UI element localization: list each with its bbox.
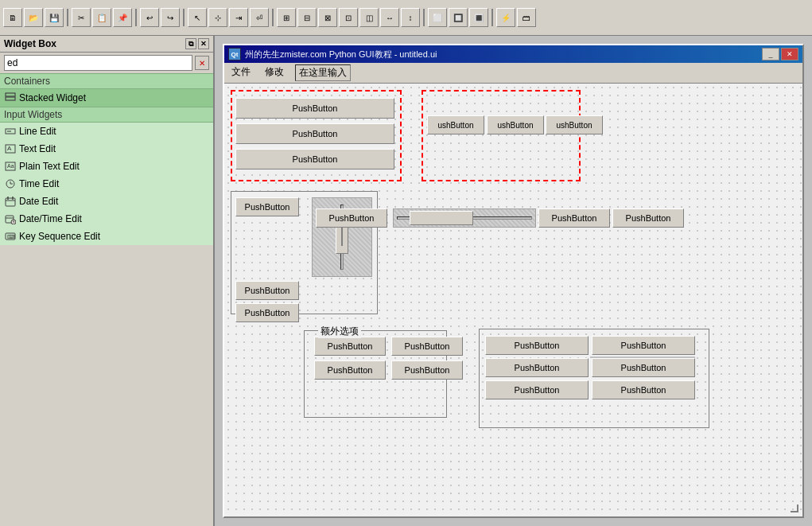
stacked-widget-label: Stacked Widget xyxy=(19,92,86,103)
menu-type-here[interactable]: 在这里输入 xyxy=(295,64,351,81)
h-scrollbar[interactable] xyxy=(393,208,536,228)
svg-text:⌨: ⌨ xyxy=(7,234,15,240)
resize-handle[interactable] xyxy=(791,505,798,512)
layout7-btn[interactable]: ↕ xyxy=(401,8,420,27)
new-btn[interactable]: 🗎 xyxy=(3,8,22,27)
resource-btn[interactable]: 🗃 xyxy=(517,8,536,27)
sep1 xyxy=(67,9,68,26)
key-sequence-edit-label: Key Sequence Edit xyxy=(19,231,100,242)
menu-edit[interactable]: 修改 xyxy=(262,64,287,81)
svg-rect-1 xyxy=(6,97,15,100)
canvas-btn-9[interactable]: PushButton xyxy=(612,208,684,228)
save-btn[interactable]: 💾 xyxy=(45,8,64,27)
time-edit-icon xyxy=(4,177,17,190)
sidebar-item-datetime-edit[interactable]: Date/Time Edit xyxy=(0,210,213,228)
search-row: ✕ xyxy=(0,53,213,73)
widget-box-header: Widget Box ⧉ ✕ xyxy=(0,36,213,53)
canvas-btn-3[interactable]: PushButton xyxy=(235,149,394,169)
canvas-btn-10[interactable]: ushButton xyxy=(427,115,484,134)
canvas-btn-17[interactable]: PushButton xyxy=(485,336,589,355)
canvas-btn-13[interactable]: PushButton xyxy=(314,337,386,356)
groupbox-extra-label: 额外选项 xyxy=(318,325,361,338)
close-btn[interactable]: ✕ xyxy=(781,48,798,60)
grid3-btn[interactable]: 🔳 xyxy=(469,8,488,27)
select-btn[interactable]: ⊹ xyxy=(208,8,227,27)
signal-btn[interactable]: ⚡ xyxy=(496,8,515,27)
canvas-btn-7[interactable]: PushButton xyxy=(316,208,387,228)
close-panel-btn[interactable]: ✕ xyxy=(198,38,209,49)
redo-btn[interactable]: ↪ xyxy=(161,8,180,27)
title-left: Qt 州的先生zmister.com Python GUI教程 - untitl… xyxy=(228,48,437,60)
layout5-btn[interactable]: ◫ xyxy=(359,8,379,27)
line-edit-icon xyxy=(4,125,17,138)
copy-btn[interactable]: 📋 xyxy=(92,8,111,27)
canvas-btn-16[interactable]: PushButton xyxy=(391,360,463,380)
datetime-edit-label: Date/Time Edit xyxy=(19,213,82,224)
canvas-btn-14[interactable]: PushButton xyxy=(314,360,386,380)
canvas-btn-8[interactable]: PushButton xyxy=(538,208,610,228)
sidebar-item-line-edit[interactable]: Line Edit xyxy=(0,123,213,140)
canvas-btn-20[interactable]: PushButton xyxy=(592,336,695,355)
qt-titlebar: Qt 州的先生zmister.com Python GUI教程 - untitl… xyxy=(224,45,802,63)
selection-box-top-right xyxy=(422,90,581,181)
break-btn[interactable]: ⏎ xyxy=(250,8,269,27)
main-layout: Widget Box ⧉ ✕ ✕ Containers Stacked Widg… xyxy=(0,36,812,526)
plain-text-edit-icon: Aa xyxy=(4,160,17,173)
canvas-btn-5[interactable]: PushButton xyxy=(235,281,299,300)
widget-box-title: Widget Box xyxy=(4,38,56,49)
sidebar-item-text-edit[interactable]: A Text Edit xyxy=(0,140,213,158)
float-btn[interactable]: ⧉ xyxy=(185,38,196,49)
sidebar-item-key-sequence-edit[interactable]: ⌨ Key Sequence Edit xyxy=(0,228,213,245)
sidebar-item-date-edit[interactable]: Date Edit xyxy=(0,193,213,210)
plain-text-edit-label: Plain Text Edit xyxy=(19,161,80,172)
svg-text:A: A xyxy=(7,145,12,152)
canvas-btn-12[interactable]: ushButton xyxy=(546,115,603,134)
tab-btn[interactable]: ⇥ xyxy=(229,8,248,27)
sep4 xyxy=(272,9,274,26)
containers-section-header: Containers xyxy=(0,73,213,89)
layout1-btn[interactable]: ⊞ xyxy=(277,8,296,27)
qt-canvas: PushButton PushButton PushButton ushButt… xyxy=(224,84,802,516)
grid1-btn[interactable]: ⬜ xyxy=(428,8,447,27)
canvas-btn-6[interactable]: PushButton xyxy=(235,303,299,322)
search-input[interactable] xyxy=(4,55,192,71)
search-clear-btn[interactable]: ✕ xyxy=(195,56,209,70)
canvas-btn-11[interactable]: ushButton xyxy=(487,115,544,134)
layout3-btn[interactable]: ⊠ xyxy=(318,8,337,27)
canvas-btn-22[interactable]: PushButton xyxy=(592,380,695,399)
svg-rect-0 xyxy=(6,93,15,96)
sidebar-item-plain-text-edit[interactable]: Aa Plain Text Edit xyxy=(0,158,213,175)
menu-file[interactable]: 文件 xyxy=(228,64,254,81)
sidebar-item-stacked-widget[interactable]: Stacked Widget xyxy=(0,89,213,107)
date-edit-label: Date Edit xyxy=(19,196,58,207)
minimize-btn[interactable]: _ xyxy=(762,48,779,60)
sidebar-item-time-edit[interactable]: Time Edit xyxy=(0,175,213,193)
sep2 xyxy=(135,9,137,26)
input-widgets-section-header: Input Widgets xyxy=(0,107,213,123)
layout4-btn[interactable]: ⊡ xyxy=(339,8,358,27)
qt-window-title: 州的先生zmister.com Python GUI教程 - untitled.… xyxy=(245,49,437,60)
canvas-btn-2[interactable]: PushButton xyxy=(235,123,394,144)
canvas-btn-18[interactable]: PushButton xyxy=(485,358,589,377)
canvas-btn-1[interactable]: PushButton xyxy=(235,98,394,119)
window-buttons: _ ✕ xyxy=(762,48,798,60)
time-edit-label: Time Edit xyxy=(19,178,59,189)
layout2-btn[interactable]: ⊟ xyxy=(297,8,317,27)
canvas-btn-4[interactable]: PushButton xyxy=(235,197,299,216)
undo-btn[interactable]: ↩ xyxy=(140,8,159,27)
datetime-edit-icon xyxy=(4,212,17,225)
qt-menubar: 文件 修改 在这里输入 xyxy=(224,63,802,84)
svg-rect-11 xyxy=(6,198,15,206)
cut-btn[interactable]: ✂ xyxy=(72,8,91,27)
pointer-btn[interactable]: ↖ xyxy=(188,8,207,27)
canvas-btn-19[interactable]: PushButton xyxy=(485,380,589,399)
grid2-btn[interactable]: 🔲 xyxy=(449,8,468,27)
sep3 xyxy=(183,9,185,26)
text-edit-label: Text Edit xyxy=(19,143,56,154)
layout6-btn[interactable]: ↔ xyxy=(380,8,399,27)
line-edit-label: Line Edit xyxy=(19,126,56,137)
paste-btn[interactable]: 📌 xyxy=(113,8,132,27)
canvas-btn-15[interactable]: PushButton xyxy=(391,337,463,356)
open-btn[interactable]: 📂 xyxy=(24,8,43,27)
canvas-btn-21[interactable]: PushButton xyxy=(592,358,695,377)
